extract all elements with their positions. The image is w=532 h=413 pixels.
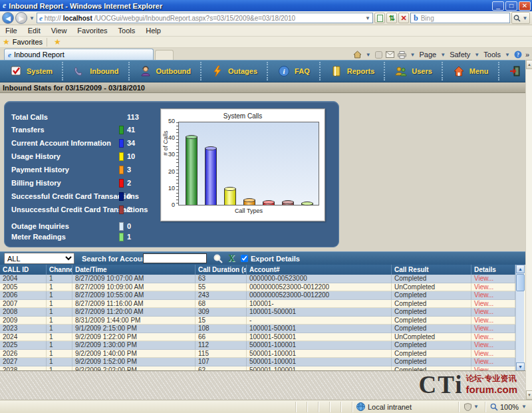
new-tab-button[interactable] [155, 50, 174, 60]
stat-color-swatch [119, 206, 124, 214]
nav-menu[interactable]: Menu [443, 62, 499, 80]
chart-bar [224, 188, 236, 205]
col-account[interactable]: Account# [247, 265, 392, 275]
nav-outbound[interactable]: Outbound [130, 62, 202, 80]
col-call-id[interactable]: CALL ID [0, 265, 47, 275]
minimize-button[interactable]: _ [492, 1, 504, 11]
stat-item: Billing History2 [11, 178, 131, 188]
table-scrollbar[interactable]: ▲ ▼ [515, 265, 524, 371]
menu-tools[interactable]: Tools [113, 27, 141, 35]
menu-file[interactable]: File [0, 27, 23, 35]
url-field[interactable]: e http://localhost/UOCGui/webgui/Inbound… [37, 13, 373, 23]
view-details-link[interactable]: View... [474, 317, 493, 324]
table-row: 2007 1 8/27/2009 11:16:00 AM 68 100001- … [0, 300, 515, 309]
page-menu[interactable]: Page [420, 51, 437, 59]
page-dropdown-icon[interactable]: ▼ [440, 52, 446, 58]
tools-dropdown-icon[interactable]: ▼ [505, 52, 510, 58]
search-button[interactable] [213, 253, 223, 264]
compatibility-view-button[interactable] [374, 13, 385, 23]
chart-bar [301, 203, 313, 205]
protected-mode-pane[interactable]: ▼ [459, 402, 485, 412]
view-details-link[interactable]: View... [474, 366, 493, 371]
url-path: /UOCGui/webgui/InboundReport.aspx?s=03/1… [94, 15, 295, 22]
search-go-button[interactable]: ▼ [511, 12, 530, 24]
divider [47, 38, 47, 47]
forward-button[interactable]: ▶ [15, 12, 27, 24]
col-datetime[interactable]: Date/Time [72, 265, 196, 275]
col-call-result[interactable]: Call Result [392, 265, 471, 275]
nav-outages[interactable]: Outages [201, 62, 268, 80]
safety-dropdown-icon[interactable]: ▼ [474, 52, 479, 58]
table-row: 2009 1 8/31/2009 1:44:00 PM 15 - Complet… [0, 317, 515, 325]
stat-color-swatch [119, 166, 124, 174]
export-excel-button[interactable]: X [226, 253, 237, 264]
scrollbar-thumb[interactable] [516, 274, 525, 291]
users-icon [394, 65, 408, 78]
view-details-link[interactable]: View... [474, 300, 493, 307]
stop-button[interactable]: ✕ [398, 13, 409, 23]
zoom-pane[interactable]: 100% ▼ [485, 402, 532, 412]
stats-header-text: Inbound Stats for 03/15/2009 - 03/18/201… [3, 84, 145, 92]
safety-menu[interactable]: Safety [450, 51, 470, 59]
result-filter-select[interactable]: ALL [4, 253, 74, 264]
view-details-link[interactable]: View... [474, 275, 493, 282]
view-details-link[interactable]: View... [474, 341, 493, 348]
col-details[interactable]: Details [471, 265, 515, 275]
nav-users[interactable]: Users [385, 62, 443, 80]
url-host: localhost [63, 15, 92, 22]
menu-view[interactable]: View [46, 27, 72, 35]
tab-strip: e Inbound Report ▼ ▼ Page▼ Safety▼ Tools… [0, 48, 532, 60]
col-duration[interactable]: Call Duration (sec) [196, 265, 247, 275]
close-button[interactable]: ✕ [519, 1, 531, 11]
view-details-link[interactable]: View... [474, 358, 493, 365]
menu-bar: File Edit View Favorites Tools Help [0, 25, 532, 37]
chart-title: System Calls [161, 112, 325, 120]
history-dropdown-icon[interactable]: ▼ [29, 15, 35, 21]
scroll-up-arrow-icon[interactable]: ▲ [516, 265, 525, 273]
nav-system[interactable]: System [0, 62, 63, 80]
favorites-bar: ★ Favorites ★ [0, 37, 532, 48]
col-channel[interactable]: Channel [47, 265, 72, 275]
tools-menu[interactable]: Tools [483, 51, 501, 59]
zoom-dropdown-icon[interactable]: ▼ [521, 404, 527, 410]
menu-edit[interactable]: Edit [23, 27, 46, 35]
scroll-down-arrow-icon[interactable]: ▼ [516, 362, 525, 371]
view-details-link[interactable]: View... [474, 350, 493, 357]
page-scroll-up-icon[interactable]: ▲ [526, 60, 532, 69]
maximize-button[interactable]: □ [505, 1, 517, 11]
magnifier-icon [213, 254, 223, 263]
view-details-link[interactable]: View... [474, 333, 493, 341]
page-scroll-down-icon[interactable]: ▼ [526, 390, 532, 400]
print-icon[interactable] [398, 51, 406, 59]
view-details-link[interactable]: View... [474, 283, 493, 291]
nav-faq[interactable]: i FAQ [268, 62, 321, 80]
page-scrollbar[interactable]: ▲ ▼ [525, 60, 532, 400]
view-details-link[interactable]: View... [474, 325, 493, 332]
help-icon[interactable]: ? [514, 51, 522, 59]
nav-inbound[interactable]: Inbound [63, 62, 129, 80]
export-details-checkbox[interactable] [241, 255, 248, 262]
menu-favorites[interactable]: Favorites [72, 27, 112, 35]
bing-search-input[interactable]: b Bing [410, 13, 510, 23]
account-search-input[interactable] [143, 253, 207, 263]
y-tick-label: 50 [164, 118, 175, 124]
bing-icon: b [414, 13, 418, 23]
add-favorite-icon[interactable]: ★ [54, 37, 61, 47]
tab-inbound-report[interactable]: e Inbound Report [4, 49, 154, 60]
refresh-button[interactable]: ⇅ [386, 13, 397, 23]
zoom-magnifier-icon [490, 403, 498, 411]
feeds-icon[interactable] [375, 51, 382, 59]
shield-dropdown-icon[interactable]: ▼ [473, 404, 479, 410]
menu-help[interactable]: Help [140, 27, 166, 35]
nav-reports[interactable]: Reports [321, 62, 386, 80]
url-dropdown-icon[interactable]: ▼ [365, 15, 370, 21]
back-button[interactable]: ◀ [2, 12, 14, 24]
favorites-button[interactable]: Favorites [13, 38, 43, 46]
home-icon[interactable] [353, 51, 362, 59]
view-details-link[interactable]: View... [474, 291, 493, 299]
print-dropdown-icon[interactable]: ▼ [410, 52, 416, 58]
home-dropdown-icon[interactable]: ▼ [366, 52, 371, 58]
view-details-link[interactable]: View... [474, 308, 493, 315]
read-mail-icon[interactable] [386, 51, 394, 58]
command-overflow-chevron[interactable]: » [525, 51, 529, 59]
